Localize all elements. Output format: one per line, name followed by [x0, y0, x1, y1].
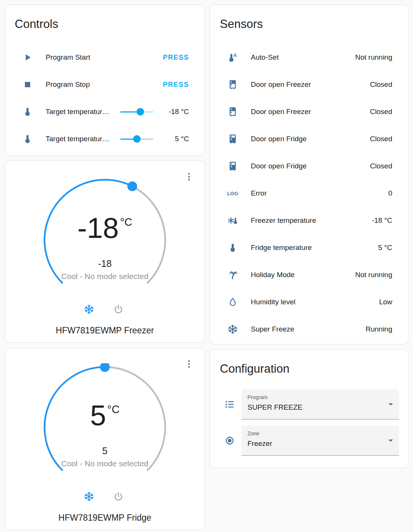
sensor-row-humidity-level[interactable]: Humidity level Low: [210, 288, 408, 316]
slider-thumb[interactable]: [137, 108, 144, 116]
sensor-value: 0: [388, 189, 392, 197]
card-title-controls: Controls: [15, 17, 195, 31]
row-label: Program Start: [46, 53, 163, 62]
thermostat-card-fridge: 5°C 5 Cool - No mode selected HFW7819EWM…: [5, 348, 205, 530]
thermometer-icon: [22, 106, 33, 117]
snowflake-icon: [84, 303, 94, 316]
palm-tree-icon: [227, 270, 238, 280]
thermometer-auto-icon: A: [227, 52, 238, 63]
sensor-label: Door open Freezer: [251, 80, 370, 89]
stop-icon: [22, 79, 33, 90]
program-select[interactable]: Program SUPER FREEZE: [241, 389, 399, 419]
control-row-program-start: Program Start PRESS: [5, 44, 205, 71]
sensor-row-error[interactable]: LOG Error 0: [210, 180, 408, 207]
sensor-value: -18 °C: [372, 216, 392, 225]
sensor-row-freezer-temperature[interactable]: Freezer temperature -18 °C: [210, 207, 408, 234]
temperature-slider[interactable]: [120, 135, 154, 143]
zone-select[interactable]: Zone Freezer: [241, 426, 399, 456]
dots-vertical-icon: [184, 358, 194, 370]
play-icon: [22, 52, 33, 63]
sensor-value: Low: [379, 298, 392, 306]
dial-slider[interactable]: [41, 176, 169, 297]
program-field: Program SUPER FREEZE: [210, 389, 408, 419]
dial-track: [105, 367, 165, 470]
left-column: Controls Program Start PRESS Program Sto…: [5, 5, 205, 530]
sensor-value: Closed: [370, 135, 392, 143]
zone-field: Zone Freezer: [210, 426, 408, 456]
sensor-row-auto-set[interactable]: A Auto-Set Not running: [210, 44, 408, 71]
select-label: Zone: [247, 430, 382, 437]
hvac-mode-buttons: [5, 490, 205, 503]
radiobox-marked-icon: [224, 435, 235, 446]
select-label: Program: [247, 394, 382, 401]
sensor-value: Running: [365, 325, 392, 333]
card-title-configuration: Configuration: [220, 362, 398, 376]
sensor-row-door-open-fridge-2[interactable]: Door open Fridge Closed: [210, 153, 408, 180]
sensor-label: Super Freeze: [251, 325, 365, 333]
slider-thumb[interactable]: [133, 135, 141, 143]
dashboard: Controls Program Start PRESS Program Sto…: [0, 0, 413, 532]
sensor-value: Closed: [370, 162, 392, 170]
thermostat-dial: -18°C -18 Cool - No mode selected: [41, 176, 169, 297]
more-menu-button[interactable]: [184, 170, 197, 184]
cool-mode-button[interactable]: [84, 490, 97, 503]
power-icon: [113, 490, 124, 503]
controls-card: Controls Program Start PRESS Program Sto…: [5, 5, 205, 156]
dial-fill: [45, 367, 105, 470]
cool-mode-button[interactable]: [84, 303, 97, 316]
fridge-top-icon: [227, 106, 238, 117]
more-menu-button[interactable]: [184, 357, 197, 371]
fridge-bottom-icon: [227, 161, 238, 171]
water-drop-icon: [227, 297, 238, 307]
thermostat-name: HFW7819EWMP Fridge: [5, 513, 205, 523]
format-list-icon: [224, 399, 235, 410]
dial-slider[interactable]: [41, 363, 169, 484]
sensor-value: Not running: [355, 271, 392, 279]
sensor-label: Auto-Set: [251, 53, 355, 62]
log-icon: LOG: [227, 191, 238, 196]
sensor-label: Freezer temperature: [251, 216, 372, 225]
control-row-target-temp-freezer: Target temperatur… -18 °C: [5, 98, 205, 125]
power-off-button[interactable]: [113, 303, 126, 316]
configuration-fields: Program SUPER FREEZE Zone Freezer: [210, 389, 408, 456]
row-label: Target temperatur…: [46, 108, 120, 116]
power-off-button[interactable]: [113, 490, 126, 503]
sensor-label: Door open Fridge: [251, 162, 370, 170]
press-button[interactable]: PRESS: [163, 54, 189, 62]
thermostat-card-freezer: -18°C -18 Cool - No mode selected HFW781…: [5, 160, 205, 343]
sensor-label: Fridge temperature: [251, 244, 378, 252]
fridge-bottom-icon: [227, 134, 238, 144]
dropdown-arrow-icon: [388, 403, 393, 406]
snowflake-thermometer-icon: [227, 215, 238, 226]
sensor-label: Door open Fridge: [251, 135, 370, 143]
row-value: 5 °C: [162, 135, 189, 143]
sensor-row-door-open-freezer-2[interactable]: Door open Freezer Closed: [210, 98, 408, 125]
sensor-label: Door open Freezer: [251, 108, 370, 116]
sensors-card: Sensors A Auto-Set Not running Door open…: [210, 5, 408, 344]
sensor-label: Humidity level: [251, 298, 379, 306]
dial-thumb: [127, 181, 137, 191]
control-row-program-stop: Program Stop PRESS: [5, 71, 205, 98]
fridge-top-icon: [227, 79, 238, 90]
thermometer-icon: [227, 242, 238, 253]
sensor-value: Not running: [355, 53, 392, 62]
sensor-row-door-open-freezer-1[interactable]: Door open Freezer Closed: [210, 71, 408, 98]
sensor-row-super-freeze[interactable]: Super Freeze Running: [210, 316, 408, 343]
power-icon: [113, 303, 124, 316]
sensor-label: Error: [251, 189, 388, 197]
row-label: Program Stop: [46, 80, 163, 89]
sensor-row-holiday-mode[interactable]: Holiday Mode Not running: [210, 261, 408, 288]
press-button[interactable]: PRESS: [163, 81, 189, 89]
thermometer-icon: [22, 134, 33, 144]
sensor-row-fridge-temperature[interactable]: Fridge temperature 5 °C: [210, 234, 408, 261]
card-title-sensors: Sensors: [220, 17, 398, 31]
snowflake-icon: [227, 324, 238, 335]
sensor-label: Holiday Mode: [251, 271, 355, 279]
thermostat-name: HFW7819EWMP Freezer: [5, 325, 205, 336]
temperature-slider[interactable]: [120, 108, 154, 116]
dropdown-arrow-icon: [388, 439, 393, 442]
sensor-row-door-open-fridge-1[interactable]: Door open Fridge Closed: [210, 125, 408, 153]
select-value: Freezer: [247, 439, 382, 448]
select-value: SUPER FREEZE: [247, 403, 382, 412]
sensor-value: Closed: [370, 80, 392, 89]
